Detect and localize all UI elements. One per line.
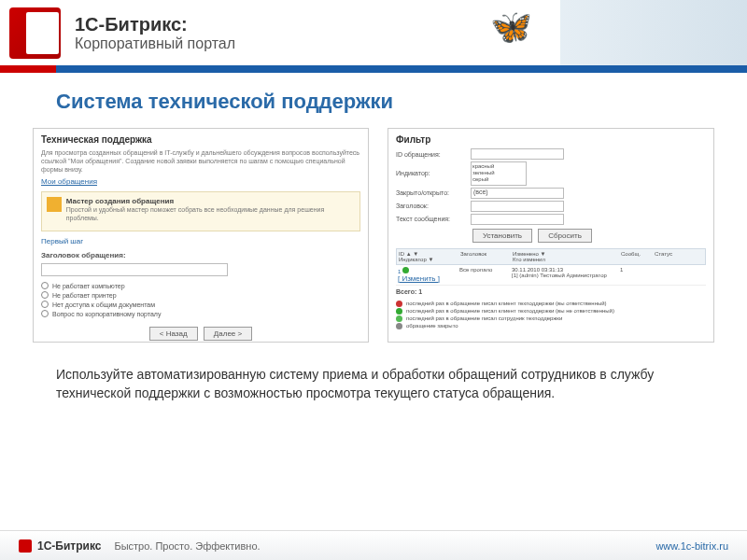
- filter-indicator-label: Индикатор:: [396, 170, 471, 176]
- radio-option[interactable]: Не работает компьютер: [41, 282, 360, 289]
- radio-icon: [41, 310, 49, 317]
- footer: 1С-Битрикс Быстро. Просто. Эффективно. w…: [0, 530, 747, 560]
- col-msgs[interactable]: Сообщ.: [621, 251, 649, 262]
- support-panel: Техническая поддержка Для просмотра созд…: [33, 128, 369, 343]
- dot-red-icon: [396, 301, 402, 307]
- filter-text-label: Текст сообщения:: [396, 216, 471, 222]
- wizard-subtitle: Простой и удобный мастер поможет собрать…: [66, 205, 355, 222]
- brand-line1: 1С-Битрикс:: [75, 14, 235, 35]
- radio-icon: [41, 301, 49, 308]
- filter-closed-select[interactable]: (все): [471, 188, 564, 199]
- wizard-nav: < Назад Далее >: [41, 327, 360, 341]
- footer-url[interactable]: www.1c-bitrix.ru: [655, 540, 728, 552]
- total-label: Всего: 1: [396, 288, 706, 295]
- brand-line2: Корпоративный портал: [75, 35, 235, 52]
- dot-green-icon: [396, 308, 402, 315]
- footer-brand: 1С-Битрикс: [37, 539, 101, 553]
- wizard-box: Мастер создания обращения Простой и удоб…: [41, 191, 360, 231]
- radio-icon: [41, 291, 49, 299]
- edit-link[interactable]: [ Изменить ]: [398, 274, 440, 283]
- header-stripe: [0, 65, 747, 73]
- body-text: Используйте автоматизированную систему п…: [0, 352, 747, 416]
- filter-title-input[interactable]: [471, 201, 564, 212]
- next-button[interactable]: Далее >: [204, 327, 252, 341]
- table-row: 1 [ Изменить ] Все пропало 30.11.2010 03…: [396, 265, 706, 286]
- col-id[interactable]: ID ▲ ▼Индикатор ▼: [399, 251, 455, 262]
- col-status[interactable]: Статус: [655, 251, 672, 262]
- filter-closed-label: Закрыто/открыто:: [396, 189, 471, 196]
- my-requests-link[interactable]: Мои обращения: [41, 177, 97, 186]
- table-header: ID ▲ ▼Индикатор ▼ Заголовок Изменено ▼Кт…: [396, 248, 706, 265]
- wizard-title: Мастер создания обращения: [66, 197, 355, 205]
- dot-gray-icon: [396, 323, 402, 329]
- radio-list: Не работает компьютер Не работает принте…: [41, 282, 360, 317]
- row-msgs: 1: [620, 267, 648, 283]
- footer-logo-icon: [19, 539, 32, 553]
- col-title[interactable]: Заголовок: [460, 251, 507, 262]
- buildings-graphic: [560, 0, 747, 65]
- row-changed: 30.11.2010 03:31:13[1] (admin) Тестовый …: [512, 267, 614, 283]
- support-title: Техническая поддержка: [41, 134, 360, 145]
- filter-id-input[interactable]: [471, 148, 564, 160]
- back-button[interactable]: < Назад: [149, 327, 198, 341]
- dot-green2-icon: [396, 315, 402, 322]
- radio-icon: [41, 282, 49, 289]
- col-changed[interactable]: Изменено ▼Кто изменил: [513, 251, 615, 262]
- brand-text: 1С-Битрикс: Корпоративный портал: [75, 14, 235, 52]
- page-title: Система технической поддержки: [0, 73, 747, 123]
- screenshots-row: Техническая поддержка Для просмотра созд…: [0, 123, 747, 352]
- status-dot-icon: [402, 267, 409, 273]
- filter-title-label: Заголовок:: [396, 203, 471, 209]
- butterfly-icon: 🦋: [490, 7, 532, 47]
- apply-button[interactable]: Установить: [472, 229, 532, 243]
- footer-slogan: Быстро. Просто. Эффективно.: [114, 540, 260, 552]
- indicator-select[interactable]: красный зеленый серый: [471, 161, 527, 186]
- support-description: Для просмотра созданных обращений в IT-с…: [41, 148, 360, 174]
- filter-panel: Фильтр ID обращения: Индикатор: красный …: [388, 128, 714, 343]
- request-title-input[interactable]: [41, 263, 228, 276]
- radio-option[interactable]: Не работает принтер: [41, 291, 360, 299]
- row-title: Все пропало: [459, 267, 506, 283]
- radio-option[interactable]: Нет доступа к общим документам: [41, 301, 360, 308]
- row-id-cell: 1 [ Изменить ]: [398, 267, 454, 283]
- filter-text-input[interactable]: [471, 214, 564, 225]
- header: 1С-Битрикс: Корпоративный портал 🦋: [0, 0, 747, 65]
- wizard-icon: [47, 197, 62, 212]
- radio-option[interactable]: Вопрос по корпоративному порталу: [41, 310, 360, 317]
- legend: последний раз в обращение писал клиент т…: [396, 301, 706, 329]
- product-box-image: [9, 7, 61, 59]
- filter-id-label: ID обращения:: [396, 151, 471, 158]
- first-step-label: Первый шаг: [41, 237, 360, 245]
- field-heading: Заголовок обращения:: [41, 251, 360, 259]
- filter-title: Фильтр: [396, 134, 706, 145]
- reset-button[interactable]: Сбросить: [538, 229, 592, 243]
